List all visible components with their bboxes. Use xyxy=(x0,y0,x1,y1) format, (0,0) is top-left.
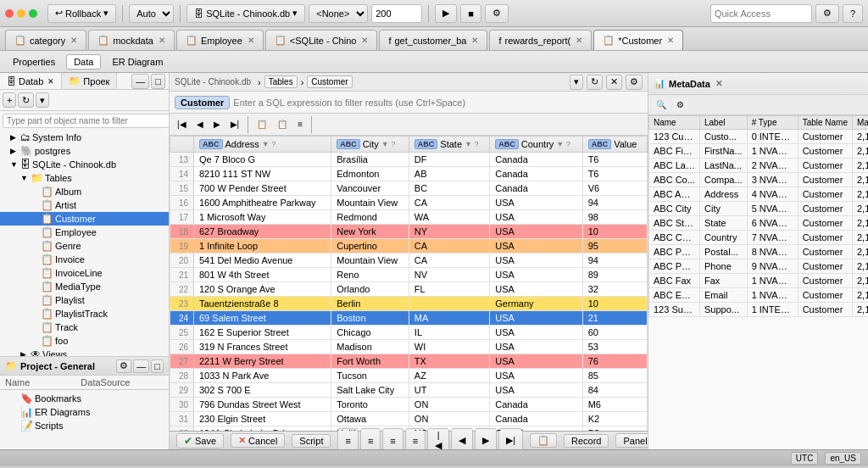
meta-label-header[interactable]: Label xyxy=(700,116,748,130)
meta-filter-button[interactable]: 🔍 xyxy=(652,98,670,111)
close-button[interactable] xyxy=(5,9,14,18)
prev-record-button[interactable]: ◀ xyxy=(451,428,473,449)
value-cell[interactable]: 10 xyxy=(582,225,647,239)
meta-row[interactable]: ABC Cou... Country 7 NVARCHAR Customer 2… xyxy=(649,231,869,245)
city-cell[interactable]: Brasília xyxy=(331,153,409,167)
state-cell[interactable]: FL xyxy=(409,282,489,297)
country-cell[interactable]: USA xyxy=(490,311,582,326)
tree-item-postgres[interactable]: ▶ 🐘 postgres xyxy=(0,144,169,158)
address-column-header[interactable]: ABC Address ▼ ? xyxy=(194,136,331,153)
tree-item-invoiceline[interactable]: 📋 InvoiceLine xyxy=(0,266,169,280)
table-row[interactable]: 18 627 Broadway New York NY USA 10 xyxy=(170,225,648,239)
address-cell[interactable]: 1 Infinite Loop xyxy=(194,239,331,254)
state-cell[interactable]: MA xyxy=(409,311,489,326)
address-cell[interactable]: 194A Chain Lake Drive xyxy=(194,426,331,432)
limit-input[interactable] xyxy=(371,4,422,23)
table-row[interactable]: 20 541 Del Medio Avenue Mountain View CA… xyxy=(170,254,648,268)
sidebar-tab-database[interactable]: 🗄 Datab ✕ xyxy=(0,73,62,89)
state-column-header[interactable]: ABC State ▼ ? xyxy=(409,136,489,153)
value-cell[interactable]: V6 xyxy=(582,181,647,196)
country-cell[interactable]: USA xyxy=(490,196,582,210)
table-row[interactable]: 27 2211 W Berry Street Fort Worth TX USA… xyxy=(170,354,648,369)
meta-row[interactable]: ABC Last... LastNa... 2 NVARCHAR Custome… xyxy=(649,159,869,173)
prev-page-button[interactable]: ◀ xyxy=(192,118,208,131)
address-cell[interactable]: Qe 7 Bloco G xyxy=(194,153,331,167)
tree-item-tables[interactable]: ▼ 📁 Tables xyxy=(0,171,169,185)
align-button[interactable]: ≡ xyxy=(293,118,307,131)
tree-item-playlist[interactable]: 📋 Playlist xyxy=(0,293,169,307)
value-cell[interactable]: 94 xyxy=(582,254,647,268)
value-cell[interactable]: B3 xyxy=(582,426,647,432)
meta-row[interactable]: ABC Post... Postal... 8 NVARCHAR Custome… xyxy=(649,245,869,259)
country-cell[interactable]: USA xyxy=(490,282,582,297)
rollback-button[interactable]: ↩ Rollback ▾ xyxy=(47,4,116,23)
copy-data-button[interactable]: 📋 xyxy=(253,118,271,131)
meta-row[interactable]: 123 Sup... Suppo... 1 INTEGER Customer 2… xyxy=(649,303,869,317)
city-cell[interactable]: Vancouver xyxy=(331,181,409,196)
last-page-button[interactable]: ▶| xyxy=(226,118,244,131)
city-cell[interactable]: Tucson xyxy=(331,369,409,383)
state-cell[interactable]: UT xyxy=(409,383,489,398)
country-cell[interactable]: USA xyxy=(490,210,582,225)
tree-item-track[interactable]: 📋 Track xyxy=(0,320,169,334)
copy-button[interactable]: 📋 xyxy=(530,433,557,448)
tree-item-artist[interactable]: 📋 Artist xyxy=(0,198,169,212)
value-cell[interactable]: 84 xyxy=(582,383,647,398)
table-row[interactable]: 13 Qe 7 Bloco G Brasília DF Canada T6 xyxy=(170,153,648,167)
country-cell[interactable]: USA xyxy=(490,239,582,254)
table-row[interactable]: 32 194A Chain Lake Drive Halifax NS Cana… xyxy=(170,426,648,432)
city-column-header[interactable]: ABC City ▼ ? xyxy=(331,136,409,153)
state-cell[interactable] xyxy=(409,297,489,311)
save-button[interactable]: ✔ Save xyxy=(176,433,224,448)
sidebar-refresh-button[interactable]: ↻ xyxy=(18,92,34,108)
tree-item-foo[interactable]: 📋 foo xyxy=(0,334,169,348)
value-cell[interactable]: 32 xyxy=(582,282,647,297)
address-cell[interactable]: Tauentzienstraße 8 xyxy=(194,297,331,311)
tab-employee[interactable]: 📋 Employee ✕ xyxy=(176,30,264,50)
address-cell[interactable]: 1 Microsoft Way xyxy=(194,210,331,225)
stop-button[interactable]: ■ xyxy=(460,4,481,23)
project-maximize-button[interactable]: □ xyxy=(151,359,164,373)
sidebar-filter-button[interactable]: ▾ xyxy=(36,92,49,108)
country-cell[interactable]: USA xyxy=(490,369,582,383)
help-button[interactable]: ? xyxy=(843,4,863,23)
paste-data-button[interactable]: 📋 xyxy=(273,118,292,131)
address-cell[interactable]: 302 S 700 E xyxy=(194,383,331,398)
value-cell[interactable]: T6 xyxy=(582,167,647,181)
run-button[interactable]: ▶ xyxy=(435,4,457,23)
city-cell[interactable]: Fort Worth xyxy=(331,354,409,369)
country-cell[interactable]: USA xyxy=(490,225,582,239)
country-cell[interactable]: USA xyxy=(490,254,582,268)
tab-customer[interactable]: 📋 *Customer ✕ xyxy=(593,30,683,50)
tables-path-item[interactable]: Tables xyxy=(264,75,298,88)
address-cell[interactable]: 2211 W Berry Street xyxy=(194,354,331,369)
address-cell[interactable]: 120 S Orange Ave xyxy=(194,282,331,297)
table-row[interactable]: 14 8210 111 ST NW Edmonton AB Canada T6 xyxy=(170,167,648,181)
state-cell[interactable]: IL xyxy=(409,326,489,340)
tree-item-album[interactable]: 📋 Album xyxy=(0,185,169,198)
table-row[interactable]: 19 1 Infinite Loop Cupertino CA USA 95 xyxy=(170,239,648,254)
country-cell[interactable]: Germany xyxy=(490,297,582,311)
state-cell[interactable]: CA xyxy=(409,196,489,210)
settings-data-button[interactable]: ⚙ xyxy=(626,75,643,90)
filter-expression-input[interactable] xyxy=(233,98,643,108)
city-cell[interactable]: Boston xyxy=(331,311,409,326)
sidebar-filter-input[interactable] xyxy=(3,114,170,128)
country-cell[interactable]: Canada xyxy=(490,426,582,432)
meta-row[interactable]: ABC State State 6 NVARCHAR Customer 2,14… xyxy=(649,216,869,231)
none-select[interactable]: <None> xyxy=(309,4,368,23)
table-row[interactable]: 26 319 N Frances Street Madison WI USA 5… xyxy=(170,340,648,354)
project-settings-button[interactable]: ⚙ xyxy=(116,359,131,373)
value-cell[interactable]: 85 xyxy=(582,369,647,383)
country-cell[interactable]: USA xyxy=(490,326,582,340)
country-cell[interactable]: USA xyxy=(490,340,582,354)
value-cell[interactable]: 94 xyxy=(582,196,647,210)
sidebar-minimize-button[interactable]: — xyxy=(131,74,149,89)
state-cell[interactable]: CA xyxy=(409,239,489,254)
address-cell[interactable]: 230 Elgin Street xyxy=(194,412,331,426)
tree-item-customer[interactable]: 📋 Customer xyxy=(0,212,169,226)
value-cell[interactable]: M6 xyxy=(582,398,647,412)
value-cell[interactable]: 95 xyxy=(582,239,647,254)
meta-row[interactable]: ABC Phone Phone 9 NVARCHAR Customer 2,14… xyxy=(649,259,869,274)
meta-type-header[interactable]: # Type xyxy=(747,116,798,130)
